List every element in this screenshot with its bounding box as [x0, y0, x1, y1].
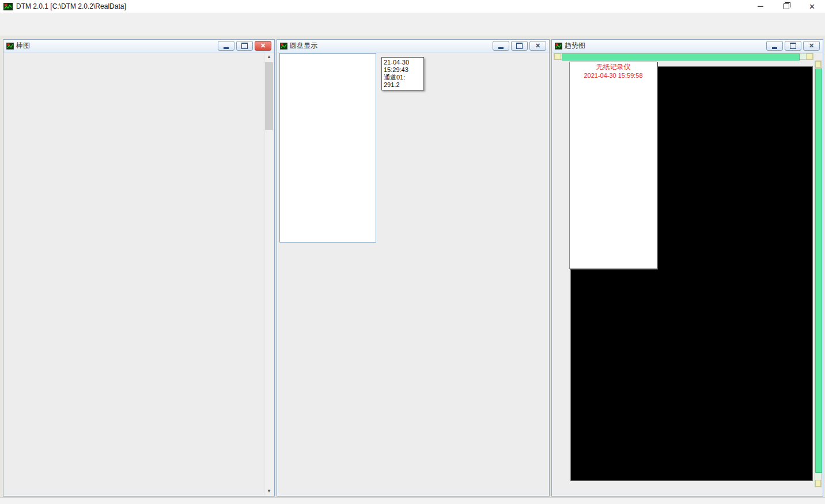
- window-minimize-button[interactable]: [747, 0, 773, 13]
- bar-chart-window: 棒图 ✕ ▲ ▼: [3, 39, 275, 497]
- bar-chart-window-title: 棒图: [16, 41, 30, 51]
- bar-chart-body: ▲ ▼: [4, 52, 274, 495]
- bar-chart-window-icon: [6, 43, 14, 50]
- tooltip-time: 15:29:43: [384, 66, 422, 74]
- restore-icon: [784, 3, 789, 9]
- status-bar: [0, 497, 825, 504]
- minimize-icon: [498, 47, 504, 49]
- close-icon: ✕: [809, 3, 815, 10]
- close-icon: ✕: [535, 43, 540, 49]
- mdi-workspace: 棒图 ✕ ▲ ▼ 圆盘显示: [0, 36, 825, 497]
- legend-timestamp: 2021-04-30 15:59:58: [570, 71, 657, 80]
- scroll-right-arrow[interactable]: [806, 54, 813, 59]
- minimize-icon: [758, 6, 763, 7]
- legend-title: 无纸记录仪: [570, 62, 657, 71]
- child-minimize-button[interactable]: [766, 41, 783, 51]
- close-icon: ✕: [809, 43, 814, 49]
- trend-legend: 无纸记录仪 2021-04-30 15:59:58: [569, 62, 657, 269]
- child-restore-button[interactable]: [785, 41, 801, 51]
- child-restore-button[interactable]: [511, 41, 528, 51]
- trend-vertical-scrollbar[interactable]: [815, 60, 822, 487]
- window-close-button[interactable]: ✕: [799, 0, 825, 13]
- scroll-down-arrow[interactable]: [815, 480, 821, 487]
- child-restore-button[interactable]: [236, 41, 253, 51]
- trend-chart-body: 无纸记录仪 2021-04-30 15:59:58: [552, 52, 822, 495]
- child-close-button[interactable]: ✕: [803, 41, 820, 51]
- scroll-up-arrow[interactable]: [815, 61, 821, 68]
- restore-icon: [516, 43, 523, 49]
- bar-window-scrollbar[interactable]: ▲ ▼: [264, 52, 274, 495]
- disc-display-body: 21-04-30 15:29:43 通道01: 291.2: [278, 52, 548, 495]
- trend-y-axis: [552, 52, 569, 495]
- minimize-icon: [224, 47, 229, 49]
- minimize-icon: [772, 47, 777, 49]
- app-titlebar: DTM 2.0.1 [C:\DTM 2.0.2\RealData] ✕: [0, 0, 825, 13]
- child-close-button[interactable]: ✕: [529, 41, 546, 51]
- child-minimize-button[interactable]: [493, 41, 509, 51]
- value-tooltip: 21-04-30 15:29:43 通道01: 291.2: [381, 57, 424, 90]
- tooltip-date: 21-04-30: [384, 59, 422, 66]
- polar-disc-chart: [340, 170, 548, 389]
- bar-chart-window-titlebar[interactable]: 棒图 ✕: [3, 40, 274, 52]
- trend-horizontal-scrollbar[interactable]: [554, 53, 813, 60]
- child-close-button[interactable]: ✕: [255, 41, 271, 51]
- disc-display-window-titlebar[interactable]: 圆盘显示 ✕: [277, 40, 549, 52]
- disc-display-window-title: 圆盘显示: [290, 41, 317, 51]
- bar-gauge-grid: [7, 54, 263, 495]
- trend-chart-window-title: 趋势图: [565, 41, 585, 51]
- disc-display-window-icon: [280, 43, 287, 50]
- trend-chart-window: 趋势图 ✕: [551, 39, 823, 497]
- close-icon: ✕: [260, 43, 266, 49]
- restore-icon: [790, 43, 796, 49]
- child-minimize-button[interactable]: [218, 41, 234, 51]
- app-icon: [3, 3, 13, 10]
- scrollbar-thumb[interactable]: [265, 62, 273, 130]
- trend-chart-window-titlebar[interactable]: 趋势图 ✕: [552, 40, 823, 52]
- tooltip-value: 通道01: 291.2: [384, 74, 422, 89]
- disc-display-window: 圆盘显示 ✕ 21-04-30 15:29:43 通道01: 291.2: [277, 39, 550, 497]
- window-restore-button[interactable]: [773, 0, 799, 13]
- scroll-up-arrow-icon[interactable]: ▲: [264, 52, 274, 61]
- menubar: [0, 13, 825, 23]
- scrollbar-thumb[interactable]: [815, 69, 822, 473]
- toolbar: [0, 23, 825, 36]
- scroll-down-arrow-icon[interactable]: ▼: [264, 487, 274, 495]
- scrollbar-thumb[interactable]: [562, 54, 800, 60]
- restore-icon: [241, 43, 248, 49]
- app-title: DTM 2.0.1 [C:\DTM 2.0.2\RealData]: [16, 2, 126, 10]
- trend-chart-window-icon: [555, 43, 562, 50]
